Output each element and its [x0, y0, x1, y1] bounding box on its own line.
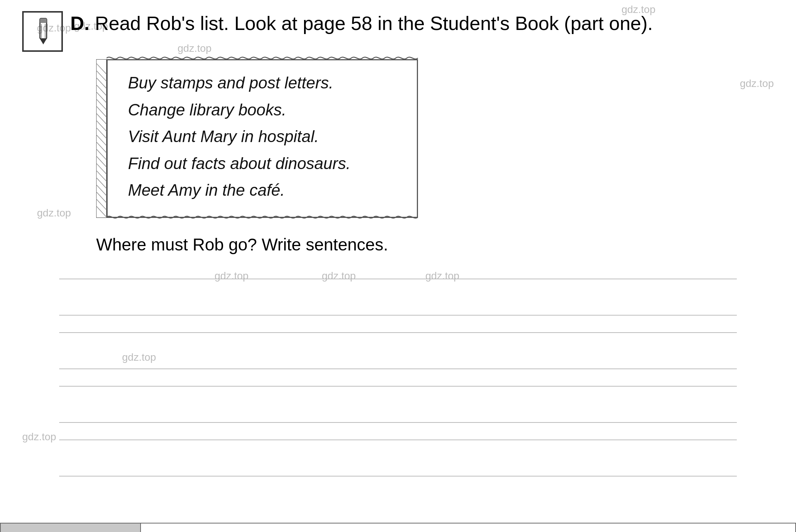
- svg-line-16: [96, 120, 107, 131]
- odd-words: bank, cinema, hospital, museum, gang, ca…: [141, 523, 795, 532]
- note-item-2: Change library books.: [128, 97, 398, 124]
- note-item-3: Visit Aunt Mary in hospital.: [128, 123, 398, 150]
- writing-line-3[interactable]: [59, 386, 737, 423]
- note-left-hatch: [96, 59, 107, 218]
- svg-rect-2: [40, 18, 47, 23]
- note-item-1: Buy stamps and post letters.: [128, 70, 398, 97]
- note-card-outer: Buy stamps and post letters. Change libr…: [96, 59, 418, 218]
- note-body: Buy stamps and post letters. Change libr…: [107, 59, 418, 218]
- svg-line-13: [96, 99, 107, 110]
- svg-line-26: [96, 192, 107, 203]
- svg-line-24: [96, 178, 107, 189]
- svg-line-10: [96, 77, 107, 88]
- svg-line-17: [96, 127, 107, 138]
- writing-line-2[interactable]: [59, 332, 737, 369]
- header-text: D. Read Rob's list. Look at page 58 in t…: [70, 11, 774, 36]
- watermark-9: gdz.top: [37, 207, 71, 219]
- svg-line-18: [96, 135, 107, 146]
- writing-lines-area: [59, 279, 737, 477]
- wave-bottom: [107, 213, 418, 223]
- odd-one-out-bar: Odd one out! bank, cinema, hospital, mus…: [0, 523, 796, 532]
- instructions-text: Where must Rob go? Write sentences.: [96, 233, 774, 256]
- exercise-icon-box: [22, 11, 63, 52]
- svg-line-15: [96, 113, 107, 124]
- svg-line-28: [96, 206, 107, 217]
- pencil-icon: [30, 17, 55, 46]
- note-item-4: Find out facts about dinosaurs.: [128, 150, 398, 177]
- writing-line-1[interactable]: [59, 279, 737, 316]
- page-container: gdz.top gdz.top gdz.top gdz.top gdz.top …: [0, 0, 796, 532]
- watermark-4: gdz.top: [740, 78, 774, 90]
- svg-line-25: [96, 185, 107, 196]
- wave-top: [107, 54, 418, 64]
- svg-line-11: [96, 85, 107, 96]
- writing-line-4[interactable]: [59, 440, 737, 477]
- svg-line-22: [96, 163, 107, 174]
- svg-line-12: [96, 92, 107, 103]
- watermark-14: gdz.top: [22, 431, 56, 443]
- svg-line-19: [96, 142, 107, 153]
- svg-marker-1: [40, 39, 47, 44]
- svg-line-8: [96, 63, 107, 74]
- svg-line-27: [96, 199, 107, 210]
- svg-line-21: [96, 156, 107, 167]
- exercise-instruction: Read Rob's list. Look at page 58 in the …: [95, 13, 653, 34]
- note-item-5: Meet Amy in the café.: [128, 177, 398, 204]
- exercise-label: D.: [70, 13, 90, 34]
- svg-line-20: [96, 149, 107, 160]
- svg-line-9: [96, 70, 107, 81]
- header-section: D. Read Rob's list. Look at page 58 in t…: [22, 11, 774, 52]
- odd-label: Odd one out!: [1, 523, 141, 532]
- svg-line-14: [96, 106, 107, 117]
- svg-line-23: [96, 170, 107, 181]
